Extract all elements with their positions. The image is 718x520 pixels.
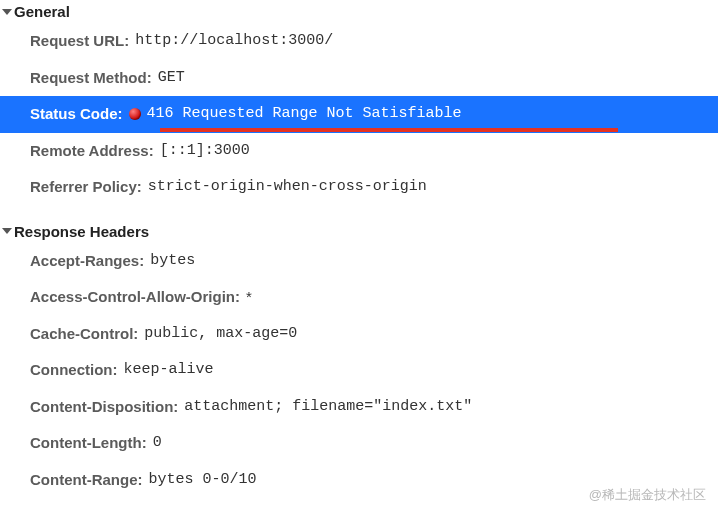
section-title: General <box>14 3 70 20</box>
row-request-url: Request URL: http://localhost:3000/ <box>0 23 718 60</box>
value-acao: * <box>246 286 252 309</box>
section-gap <box>0 206 718 220</box>
label-cache-control: Cache-Control: <box>30 323 138 346</box>
value-status-code: 416 Requested Range Not Satisfiable <box>147 103 462 126</box>
value-cache-control: public, max-age=0 <box>144 323 297 346</box>
label-referrer-policy: Referrer Policy: <box>30 176 142 199</box>
label-status-code: Status Code: <box>30 103 123 126</box>
value-content-range: bytes 0-0/10 <box>149 469 257 492</box>
value-content-length: 0 <box>153 432 162 455</box>
label-acao: Access-Control-Allow-Origin: <box>30 286 240 309</box>
row-accept-ranges: Accept-Ranges: bytes <box>0 243 718 280</box>
label-content-range: Content-Range: <box>30 469 143 492</box>
label-remote-address: Remote Address: <box>30 140 154 163</box>
value-remote-address: [::1]:3000 <box>160 140 250 163</box>
value-content-disposition: attachment; filename="index.txt" <box>184 396 472 419</box>
row-cache-control: Cache-Control: public, max-age=0 <box>0 316 718 353</box>
watermark: @稀土掘金技术社区 <box>589 486 706 504</box>
label-content-disposition: Content-Disposition: <box>30 396 178 419</box>
label-content-length: Content-Length: <box>30 432 147 455</box>
value-connection: keep-alive <box>124 359 214 382</box>
row-status-code[interactable]: Status Code: 416 Requested Range Not Sat… <box>0 96 718 133</box>
row-remote-address: Remote Address: [::1]:3000 <box>0 133 718 170</box>
annotation-underline <box>160 128 618 132</box>
value-request-method: GET <box>158 67 185 90</box>
status-dot-error-icon <box>129 108 141 120</box>
disclosure-triangle-icon <box>2 228 12 234</box>
row-content-length: Content-Length: 0 <box>0 425 718 462</box>
disclosure-triangle-icon <box>2 9 12 15</box>
row-referrer-policy: Referrer Policy: strict-origin-when-cros… <box>0 169 718 206</box>
value-referrer-policy: strict-origin-when-cross-origin <box>148 176 427 199</box>
label-request-method: Request Method: <box>30 67 152 90</box>
section-general-header[interactable]: General <box>0 0 718 23</box>
section-title: Response Headers <box>14 223 149 240</box>
row-request-method: Request Method: GET <box>0 60 718 97</box>
row-acao: Access-Control-Allow-Origin: * <box>0 279 718 316</box>
value-accept-ranges: bytes <box>150 250 195 273</box>
row-content-disposition: Content-Disposition: attachment; filenam… <box>0 389 718 426</box>
row-connection: Connection: keep-alive <box>0 352 718 389</box>
label-connection: Connection: <box>30 359 118 382</box>
section-response-headers-header[interactable]: Response Headers <box>0 220 718 243</box>
label-accept-ranges: Accept-Ranges: <box>30 250 144 273</box>
value-request-url: http://localhost:3000/ <box>135 30 333 53</box>
label-request-url: Request URL: <box>30 30 129 53</box>
